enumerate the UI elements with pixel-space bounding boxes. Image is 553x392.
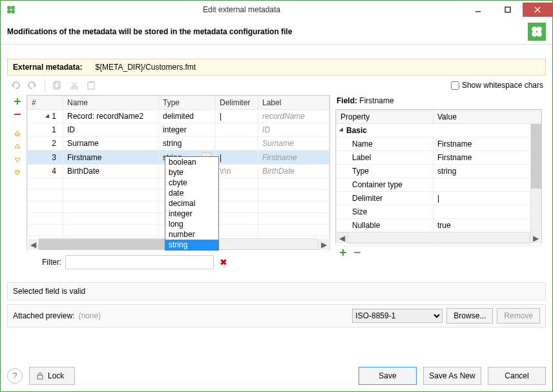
field-side-actions — [11, 95, 24, 269]
table-row[interactable]: 2SurnamestringSurname — [28, 137, 329, 150]
help-button[interactable]: ? — [7, 368, 23, 384]
encoding-select[interactable]: ISO-8859-1 — [352, 309, 443, 323]
property-group[interactable]: Basic — [337, 124, 541, 138]
add-field-icon[interactable] — [12, 96, 23, 107]
move-bottom-icon[interactable] — [12, 167, 23, 178]
move-top-icon[interactable] — [12, 129, 23, 139]
paste-icon[interactable] — [85, 79, 97, 91]
show-whitespace-label: Show whitespace chars — [462, 81, 543, 90]
bottom-bar: ? Lock Save Save As New Cancel — [7, 367, 546, 385]
col-type[interactable]: Type — [159, 96, 216, 110]
window-title: Edit external metadata — [20, 5, 463, 14]
property-row[interactable]: NameFirstname — [337, 138, 541, 151]
external-metadata-bar: External metadata: ${META_DIR}/Customers… — [7, 59, 546, 76]
col-name[interactable]: Name — [63, 96, 159, 110]
app-icon — [6, 5, 16, 15]
window-controls — [463, 3, 552, 17]
minimize-button[interactable] — [463, 3, 493, 17]
show-whitespace-checkbox[interactable]: Show whitespace chars — [451, 81, 543, 90]
toolbar-separator — [45, 79, 45, 91]
col-delimiter[interactable]: Delimiter — [216, 96, 258, 110]
type-option[interactable]: integer — [165, 209, 218, 219]
move-up-icon[interactable] — [12, 141, 23, 152]
property-row[interactable]: Container type — [337, 178, 541, 192]
svg-marker-23 — [15, 131, 20, 134]
type-option[interactable]: date — [165, 188, 218, 198]
fields-panel: # Name Type Delimiter Label 1Record: rec… — [11, 95, 330, 269]
type-option[interactable]: string — [165, 240, 218, 250]
property-row[interactable]: Size — [337, 205, 541, 219]
table-row[interactable]: 1Record: recordName2delimited|recordName — [28, 110, 329, 123]
svg-point-9 — [537, 26, 542, 32]
lock-button[interactable]: Lock — [29, 367, 75, 385]
type-dropdown[interactable]: booleanbytecbytedatedecimalintegerlongnu… — [165, 156, 219, 251]
filter-input[interactable] — [65, 255, 214, 269]
svg-rect-5 — [505, 7, 510, 12]
svg-rect-18 — [88, 82, 94, 89]
properties-hscroll[interactable]: ◀ ▶ — [337, 232, 530, 243]
properties-table[interactable]: Property Value BasicNameFirstnameLabelFi… — [336, 110, 541, 246]
svg-marker-25 — [15, 144, 20, 148]
scroll-right-icon[interactable]: ▶ — [530, 232, 541, 243]
scroll-right-icon[interactable]: ▶ — [318, 239, 329, 250]
undo-icon[interactable] — [10, 79, 21, 91]
table-row[interactable]: 1IDintegerID — [28, 123, 329, 137]
type-option[interactable]: byte — [165, 167, 218, 178]
redo-icon[interactable] — [26, 79, 38, 91]
svg-rect-33 — [37, 375, 43, 379]
type-option[interactable]: long — [165, 219, 218, 229]
remove-field-icon[interactable] — [12, 109, 23, 119]
col-label[interactable]: Label — [258, 96, 329, 110]
type-option[interactable]: number — [165, 229, 218, 240]
external-metadata-label: External metadata: — [13, 63, 82, 72]
copy-icon[interactable] — [52, 79, 63, 91]
cancel-button[interactable]: Cancel — [488, 367, 546, 385]
type-option[interactable]: cbyte — [165, 178, 218, 188]
move-down-icon[interactable] — [12, 154, 23, 165]
edit-toolbar: Show whitespace chars — [7, 76, 546, 95]
property-row[interactable]: Delimiter| — [337, 192, 541, 205]
scroll-left-icon[interactable]: ◀ — [28, 239, 39, 250]
col-property[interactable]: Property — [337, 110, 433, 124]
type-option[interactable]: boolean — [165, 157, 218, 167]
save-as-new-button[interactable]: Save As New — [423, 367, 481, 385]
main-panels: # Name Type Delimiter Label 1Record: rec… — [7, 95, 546, 269]
scroll-left-icon[interactable]: ◀ — [337, 232, 348, 243]
status-text: Selected field is valid — [13, 287, 85, 296]
col-num[interactable]: # — [28, 96, 63, 110]
properties-vscroll[interactable] — [530, 124, 541, 232]
svg-rect-19 — [90, 81, 92, 83]
filter-clear-icon[interactable]: ✖ — [218, 257, 229, 267]
fields-grid: # Name Type Delimiter Label 1Record: rec… — [26, 95, 330, 250]
svg-point-1 — [11, 6, 15, 10]
external-metadata-value: ${META_DIR}/Customers.fmt — [95, 63, 196, 72]
property-row[interactable]: Typestring — [337, 165, 541, 178]
filter-row: Filter: ✖ — [26, 250, 330, 269]
properties-panel: Field: Firstname Property Value BasicNam… — [335, 95, 542, 269]
svg-marker-27 — [15, 172, 20, 175]
property-row[interactable]: Nullabletrue — [337, 219, 541, 232]
show-whitespace-input[interactable] — [451, 81, 459, 90]
filter-label: Filter: — [42, 258, 61, 267]
maximize-button[interactable] — [493, 3, 523, 17]
content-area: External metadata: ${META_DIR}/Customers… — [1, 45, 552, 276]
col-value[interactable]: Value — [433, 110, 541, 124]
type-option[interactable]: decimal — [165, 198, 218, 209]
vscroll-thumb[interactable] — [531, 124, 541, 189]
notice-text: Modifications of the metadata will be st… — [7, 27, 528, 36]
lock-label: Lock — [48, 371, 64, 380]
preview-bar: Attached preview: (none) ISO-8859-1 Brow… — [7, 304, 546, 327]
browse-button[interactable]: Browse... — [446, 308, 493, 324]
add-property-icon[interactable] — [338, 247, 348, 258]
svg-point-3 — [11, 10, 15, 14]
svg-point-2 — [7, 10, 11, 14]
cut-icon[interactable] — [68, 79, 80, 91]
save-button[interactable]: Save — [359, 367, 417, 385]
status-bar: Selected field is valid — [7, 282, 546, 300]
remove-property-icon[interactable] — [352, 247, 362, 258]
property-row[interactable]: LabelFirstname — [337, 151, 541, 165]
remove-button[interactable]: Remove — [497, 308, 540, 324]
svg-point-0 — [7, 6, 11, 10]
close-button[interactable] — [523, 3, 552, 17]
svg-point-10 — [532, 31, 537, 36]
